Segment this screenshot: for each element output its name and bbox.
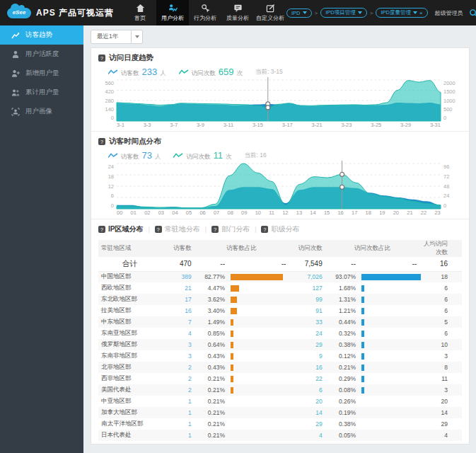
visits-bar xyxy=(361,285,364,292)
visitors-cell[interactable]: 1 xyxy=(161,396,194,407)
visitors-cell[interactable]: 2 xyxy=(161,373,194,384)
visitors-bar xyxy=(231,274,283,280)
visits-pct-cell: 1.21% xyxy=(325,305,359,316)
axis-tick: 18 xyxy=(98,173,114,180)
visitors-cell[interactable]: 17 xyxy=(161,294,194,305)
x-axis-tick: 3-31 xyxy=(430,122,441,128)
visitors-bar-cell xyxy=(228,407,289,418)
visits-pct-cell: 0.44% xyxy=(325,316,359,328)
nav-item-behavior-analysis[interactable]: 行为分析 xyxy=(189,0,221,25)
table-row: 拉美地区部163.40%911.21%6 xyxy=(98,305,462,316)
visits-cell[interactable]: 20 xyxy=(289,396,325,407)
nav-item-user-analysis[interactable]: 用户分析 xyxy=(156,0,189,25)
nav-item-quality-analysis[interactable]: 质量分析 xyxy=(221,0,254,25)
x-axis-tick: 3-15 xyxy=(252,122,263,128)
nav-item-custom-analysis[interactable]: 自定义分析 xyxy=(254,0,286,25)
visits-legend[interactable]: 访问次数 11 次 xyxy=(173,150,231,161)
table-row: 东南亚地区部40.85%240.32%6 xyxy=(98,328,462,339)
visits-bar-cell xyxy=(359,418,419,430)
tab-residence[interactable]: 常驻地分布 xyxy=(155,224,200,234)
line-series-icon xyxy=(179,69,189,75)
help-icon[interactable] xyxy=(98,55,105,62)
col-header-visits-pct: 访问次数占比 xyxy=(325,240,420,257)
tab-grade[interactable]: 职级分布 xyxy=(261,224,299,234)
visits-cell[interactable]: 9 xyxy=(289,350,325,362)
x-axis-tick: 3-23 xyxy=(341,122,352,128)
sidebar-item-visitor-trend[interactable]: 访客趋势 xyxy=(0,25,83,45)
quality-analysis-icon xyxy=(233,4,243,13)
sidebar-item-new-users[interactable]: 新增用户量 xyxy=(0,64,83,83)
x-axis-tick: 11 xyxy=(269,210,274,216)
visitors-cell[interactable]: 3 xyxy=(161,339,194,350)
breadcrumb-pill-ipd[interactable]: IPD xyxy=(286,8,312,18)
breadcrumb-pill-measure[interactable]: IPD度量管理 xyxy=(376,8,427,18)
visitors-cell[interactable]: 21 xyxy=(161,282,194,294)
sidebar-item-user-activity[interactable]: 用户活跃度 xyxy=(0,45,83,64)
visits-cell[interactable]: 22 xyxy=(289,373,325,384)
tab-ip-region[interactable]: IP区域分布 xyxy=(98,224,143,234)
visitors-bar-cell xyxy=(228,328,289,339)
visits-cell[interactable]: 7,026 xyxy=(289,271,325,282)
visits-cell[interactable]: 4 xyxy=(289,430,325,441)
visits-cell[interactable]: 91 xyxy=(289,305,325,316)
daily-trend-chart[interactable] xyxy=(117,80,441,121)
visits-bar-cell xyxy=(359,407,419,418)
visitors-cell[interactable]: 4 xyxy=(161,328,194,339)
x-axis-tick: 10 xyxy=(255,210,261,216)
chevron-down-icon[interactable] xyxy=(131,30,142,43)
visitors-cell[interactable]: 1 xyxy=(161,418,194,430)
visits-pct-cell: 0.21% xyxy=(325,362,359,373)
visitors-bar-cell xyxy=(228,418,289,430)
visitors-cell[interactable]: 16 xyxy=(161,305,194,316)
close-icon[interactable] xyxy=(419,10,423,16)
visits-cell[interactable]: 29 xyxy=(289,418,325,430)
visitors-pct-cell: 3.62% xyxy=(195,294,228,305)
visitors-cell[interactable]: 1 xyxy=(161,407,194,418)
hourly-distribution-chart[interactable] xyxy=(117,164,441,209)
visitors-cell[interactable]: 2 xyxy=(161,362,194,373)
breadcrumb-pill-project[interactable]: IPD项目管理 xyxy=(320,8,367,18)
visitors-cell[interactable]: 389 xyxy=(161,271,194,282)
region-cell: 东南亚地区部 xyxy=(98,328,161,339)
sidebar-item-user-portrait[interactable]: 用户画像 xyxy=(0,102,83,121)
visits-pct-cell: 0.29% xyxy=(325,373,359,384)
hourly-section: 访客时间点分布 访客数 73 人 访问次数 11 次 当前: 16 xyxy=(91,131,469,219)
visits-cell[interactable]: 29 xyxy=(289,339,325,350)
current-point-label: 当前: 3-15 xyxy=(255,68,283,76)
total-row: 合计 470 -- -- 7,549 -- -- 16 xyxy=(98,257,462,271)
visitors-bar-cell xyxy=(228,305,289,316)
visitors-cell[interactable]: 2 xyxy=(161,384,194,396)
visitors-legend[interactable]: 访客数 73 人 xyxy=(108,150,161,161)
visitors-bar-cell xyxy=(228,430,289,441)
nav-item-home[interactable]: 首页 xyxy=(124,0,156,25)
sidebar-item-total-users[interactable]: 累计用户量 xyxy=(0,83,83,102)
visitors-legend[interactable]: 访客数 233 人 xyxy=(108,67,166,78)
right-axis: 967248240 xyxy=(441,164,462,209)
visits-cell[interactable]: 6 xyxy=(289,384,325,396)
avg-visits-cell: 10 xyxy=(419,339,462,350)
x-axis-tick: 16 xyxy=(337,210,343,216)
tab-department[interactable]: 部门分布 xyxy=(211,224,250,234)
visits-pct-cell: 1.68% xyxy=(325,282,359,294)
visitors-cell[interactable]: 3 xyxy=(161,350,194,362)
avg-visits-cell: 5 xyxy=(419,316,462,328)
visitors-pct-cell: 0.43% xyxy=(195,362,228,373)
table-row: 西欧地区部214.47%1271.68%6 xyxy=(98,282,462,294)
help-icon[interactable] xyxy=(98,138,105,145)
visits-cell[interactable]: 16 xyxy=(289,362,325,373)
x-axis-tick: 15 xyxy=(324,210,330,216)
visits-legend[interactable]: 访问次数 659 次 xyxy=(179,67,243,78)
line-series-icon xyxy=(173,153,183,159)
visits-bar xyxy=(361,308,364,314)
visits-cell[interactable]: 127 xyxy=(289,282,325,294)
avg-visits-cell: 6 xyxy=(419,305,462,316)
visitors-cell[interactable]: 1 xyxy=(161,430,194,441)
visits-cell[interactable]: 99 xyxy=(289,294,325,305)
left-axis: 24181260 xyxy=(98,164,117,209)
search-icon[interactable] xyxy=(469,8,476,18)
date-range-select[interactable]: 最近1年 xyxy=(91,30,143,44)
visitors-cell[interactable]: 7 xyxy=(161,316,194,328)
visits-cell[interactable]: 24 xyxy=(289,328,325,339)
visits-cell[interactable]: 14 xyxy=(289,407,325,418)
visits-cell[interactable]: 33 xyxy=(289,316,325,328)
